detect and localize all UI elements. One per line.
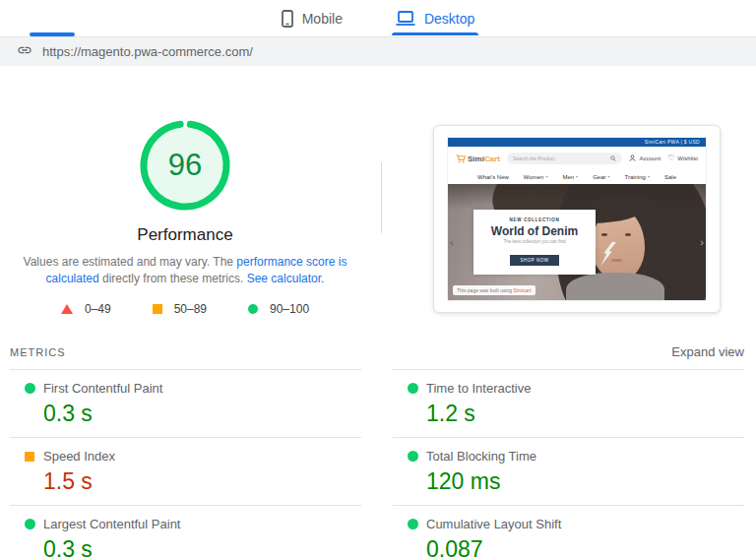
analyzed-url[interactable]: https://magento.pwa-commerce.com/ [42,44,253,59]
average-square-icon [25,452,34,462]
metric-value: 0.3 s [43,403,361,425]
site-nav-item: Men [562,174,578,180]
see-calculator-link[interactable]: See calculator. [247,272,325,285]
site-account-label: Account [639,155,661,161]
performance-gauge: 96 [138,118,232,213]
score-legend: 0–49 50–89 90–100 [0,302,370,316]
url-bar: https://magento.pwa-commerce.com/ [0,36,756,66]
performance-summary: 96 Performance Values are estimated and … [0,118,370,316]
legend-fail: 0–49 [61,302,111,316]
site-topbar: SimiCart PWA | $ USD [448,138,706,147]
site-logo-text: SimiCart [468,155,500,163]
device-tabs: Mobile Desktop [0,0,756,36]
hero-banner: NEW COLLECTION World of Denim The best c… [448,184,706,300]
site-wishlist-label: Wishlist [677,155,698,161]
desc-text-2: directly from these metrics. [99,272,247,285]
link-icon [17,42,32,62]
metric-total-blocking-time: Total Blocking Time 120 ms [393,437,744,505]
metric-time-to-interactive: Time to Interactive 1.2 s [393,369,744,437]
hero-card: NEW COLLECTION World of Denim The best c… [473,210,596,275]
heart-icon: ♡ [667,155,674,162]
site-nav-item: Sale [664,174,676,180]
hero-eyebrow: NEW COLLECTION [478,217,591,222]
site-wishlist: ♡ Wishlist [667,155,698,162]
pass-circle-icon [408,451,418,462]
hero-shadow [448,184,706,210]
fail-triangle-icon [61,304,73,314]
tab-mobile-label: Mobile [302,11,343,27]
model-eye [625,233,631,236]
legend-pass-label: 90–100 [270,302,309,316]
metric-first-contentful-paint: First Contentful Paint 0.3 s [10,369,361,437]
pagespeed-report: Mobile Desktop https://magento.pwa-comme… [0,0,756,558]
metrics-column-left: First Contentful Paint 0.3 s Speed Index… [10,369,361,558]
site-nav-item: Training [624,174,649,180]
legend-average: 50–89 [153,302,207,316]
metric-cumulative-layout-shift: Cumulative Layout Shift 0.087 [393,505,744,558]
tab-desktop-label: Desktop [424,11,474,27]
pass-circle-icon [25,519,35,529]
carousel-prev-icon: ‹ [450,237,454,248]
hero-title: World of Denim [478,224,591,238]
legend-pass: 90–100 [248,302,309,316]
metric-value: 1.2 s [426,403,744,425]
shop-now-button: SHOP NOW [510,255,560,266]
expand-view-link[interactable]: Expand view [671,344,744,359]
site-search-placeholder: Search the Product [513,155,555,161]
site-screenshot: SimiCart PWA | $ USD SimiCart Search the… [447,137,707,301]
tab-mobile[interactable]: Mobile [278,0,346,36]
model-eye [601,233,607,236]
site-nav-item: What's New [477,174,509,180]
site-nav-item: Gear [593,174,609,180]
account-icon [629,155,636,162]
metrics-header: METRICS Expand view [10,344,744,366]
site-search-bar: Search the Product [507,153,623,164]
metric-speed-index: Speed Index 1.5 s [10,437,361,505]
site-logo: SimiCart [456,150,500,167]
pass-circle-icon [408,519,418,529]
performance-score: 96 [138,118,232,213]
model-sweater [566,273,664,300]
hero-subtitle: The best collection you can find [478,239,591,244]
site-account: Account [629,155,661,162]
phone-icon [282,10,293,28]
pass-circle-icon [248,304,258,314]
average-square-icon [153,304,162,314]
legend-fail-label: 0–49 [85,302,111,316]
site-header: SimiCart Search the Product Account ♡ [448,147,706,170]
metric-value: 1.5 s [43,470,361,493]
desc-text-1: Values are estimated and may vary. The [24,255,237,269]
magnifier-icon [610,155,616,162]
pass-circle-icon [408,383,418,394]
site-nav: What's New Women Men Gear Training Sale [448,170,706,184]
metric-value: 0.087 [426,538,744,558]
metrics-column-right: Time to Interactive 1.2 s Total Blocking… [393,369,744,558]
built-with-notice: This page was built using Simicart [453,285,536,295]
laptop-icon [396,11,415,27]
pass-circle-icon [25,383,35,394]
score-description: Values are estimated and may vary. The p… [12,254,358,287]
page-thumbnail[interactable]: SimiCart PWA | $ USD SimiCart Search the… [433,125,721,313]
vertical-divider [381,162,382,233]
carousel-next-icon: › [700,237,704,248]
metrics-grid: First Contentful Paint 0.3 s Speed Index… [10,369,744,558]
metric-value: 0.3 s [43,538,361,558]
metric-value: 120 ms [426,470,744,493]
site-topbar-text: SimiCart PWA | $ USD [645,139,700,145]
metric-largest-contentful-paint: Largest Contentful Paint 0.3 s [10,505,361,558]
tab-desktop[interactable]: Desktop [392,0,478,36]
site-nav-item: Women [524,174,548,180]
performance-title: Performance [0,225,370,245]
metrics-section: METRICS Expand view First Contentful Pai… [10,344,744,558]
metrics-heading: METRICS [10,346,66,358]
cart-logo-icon [456,150,466,167]
legend-average-label: 50–89 [174,302,207,316]
